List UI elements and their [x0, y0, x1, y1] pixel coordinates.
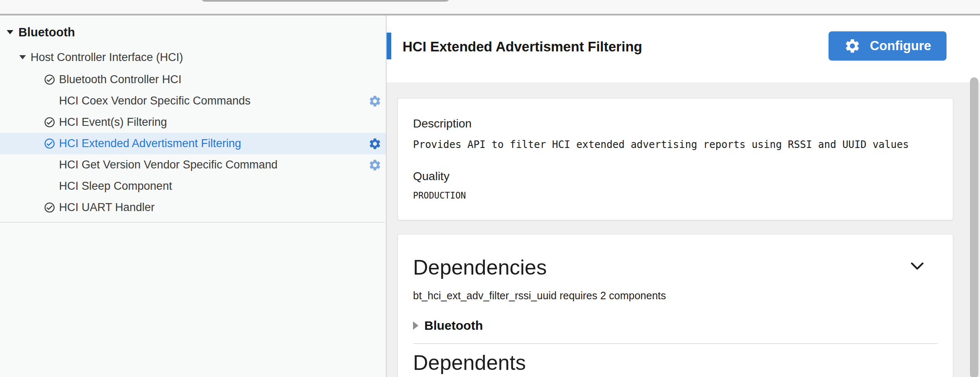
dependents-heading: Dependents — [413, 351, 526, 375]
dependencies-subtitle: bt_hci_ext_adv_filter_rssi_uuid requires… — [413, 290, 666, 302]
sidebar: BluetoothHost Controller Interface (HCI)… — [0, 15, 387, 377]
dependencies-heading: Dependencies — [413, 255, 547, 280]
triangle-down-icon[interactable] — [19, 55, 26, 59]
tree-item-hci-get-version-vendor-specific-command[interactable]: HCI Get Version Vendor Specific Command — [0, 154, 386, 176]
check-circle-icon — [44, 74, 56, 86]
tree-item-hci-coex-vendor-specific-commands[interactable]: HCI Coex Vendor Specific Commands — [0, 90, 386, 112]
top-strip — [0, 0, 980, 15]
dependencies-card: Dependencies bt_hci_ext_adv_filter_rssi_… — [398, 234, 953, 377]
tree-item-label: HCI UART Handler — [59, 201, 155, 214]
tree-item-hci-sleep-component[interactable]: HCI Sleep Component — [0, 176, 386, 197]
component-detail-panel: HCI Extended Advertisment Filtering Conf… — [387, 15, 980, 377]
vertical-scrollbar-thumb[interactable] — [970, 77, 978, 377]
chevron-down-icon — [910, 262, 924, 270]
page-title: HCI Extended Advertisment Filtering — [403, 39, 642, 55]
tree-item-host-controller-interface-hci[interactable]: Host Controller Interface (HCI) — [0, 46, 386, 69]
tree-bottom-divider — [0, 222, 385, 223]
configure-button[interactable]: Configure — [829, 31, 947, 61]
description-text: Provides API to filter HCI extended adve… — [413, 139, 909, 150]
search-box-bottom-fragment — [200, 0, 450, 2]
detail-header: HCI Extended Advertisment Filtering Conf… — [387, 15, 980, 82]
tree-item-label: Host Controller Interface (HCI) — [31, 51, 183, 64]
gear-icon — [844, 38, 861, 54]
configure-button-label: Configure — [870, 38, 931, 53]
tree-item-label: HCI Coex Vendor Specific Commands — [59, 94, 251, 107]
tree-item-label: HCI Extended Advertisment Filtering — [59, 137, 241, 150]
dependencies-collapse-button[interactable] — [908, 258, 927, 275]
tree-item-hci-event-s-filtering[interactable]: HCI Event(s) Filtering — [0, 112, 386, 133]
description-card: Description Provides API to filter HCI e… — [398, 98, 953, 220]
triangle-right-icon — [413, 321, 418, 330]
gear-icon[interactable] — [368, 137, 382, 150]
check-circle-icon — [44, 201, 56, 214]
dependency-group-label: Bluetooth — [424, 318, 483, 333]
description-label: Description — [413, 117, 472, 130]
tree-item-bluetooth[interactable]: Bluetooth — [0, 19, 386, 46]
check-circle-icon — [44, 116, 56, 128]
tree-item-label: Bluetooth Controller HCI — [59, 73, 182, 86]
quality-value: PRODUCTION — [413, 191, 466, 201]
quality-label: Quality — [413, 170, 449, 183]
triangle-down-icon[interactable] — [7, 30, 13, 34]
tree-item-label: HCI Sleep Component — [59, 180, 172, 193]
dependency-group-bluetooth[interactable]: Bluetooth — [413, 316, 483, 335]
gear-icon[interactable] — [368, 158, 382, 172]
component-tree: BluetoothHost Controller Interface (HCI)… — [0, 19, 386, 218]
check-circle-icon — [44, 138, 56, 150]
tree-item-label: HCI Get Version Vendor Specific Command — [59, 158, 277, 171]
tree-item-label: Bluetooth — [18, 25, 75, 39]
tree-item-bluetooth-controller-hci[interactable]: Bluetooth Controller HCI — [0, 69, 386, 90]
tree-item-hci-uart-handler[interactable]: HCI UART Handler — [0, 197, 386, 218]
card-divider — [413, 343, 938, 344]
tree-item-hci-extended-advertisment-filtering[interactable]: HCI Extended Advertisment Filtering — [0, 133, 386, 154]
gear-icon[interactable] — [368, 94, 382, 108]
header-accent-bar — [387, 33, 391, 59]
tree-item-label: HCI Event(s) Filtering — [59, 116, 167, 129]
